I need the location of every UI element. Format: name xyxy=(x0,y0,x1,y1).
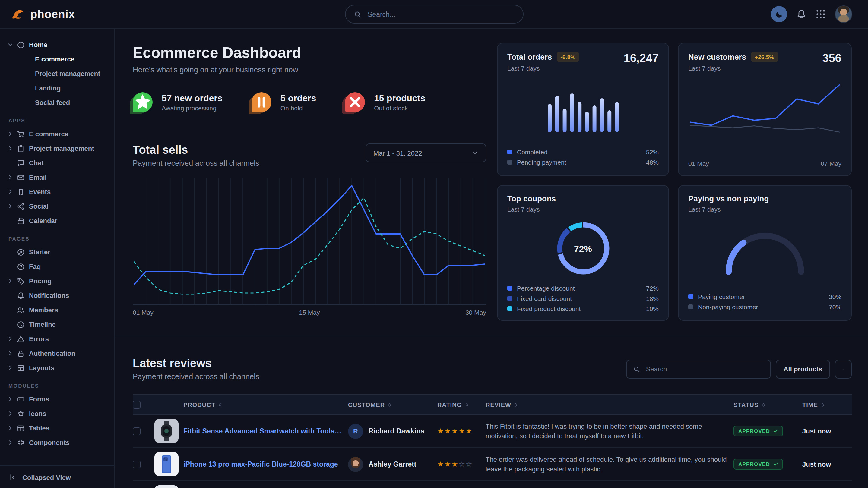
sidebar-item-forms[interactable]: Forms xyxy=(0,392,114,406)
sidebar-item-label: Home xyxy=(29,41,48,48)
sidebar-subitem-landing[interactable]: Landing xyxy=(0,81,114,95)
sidebar-item-label: Layouts xyxy=(29,364,54,371)
column-header-status[interactable]: STATUS xyxy=(734,401,802,408)
brand-name: phoenix xyxy=(30,7,75,21)
sidebar-item-pricing[interactable]: Pricing xyxy=(0,274,114,288)
column-header-review[interactable]: REVIEW xyxy=(486,401,734,408)
sidebar-item-tables[interactable]: Tables xyxy=(0,421,114,435)
sidebar-item-home[interactable]: Home xyxy=(0,37,114,52)
star-icon: ★★★ xyxy=(437,460,459,468)
chevron-spacer xyxy=(7,263,13,269)
new-customers-card: New customers +26.5% Last 7 days 356 01 … xyxy=(678,43,852,176)
all-products-button[interactable]: All products xyxy=(776,360,830,378)
chevron-right-icon xyxy=(7,174,13,180)
star-solid-icon xyxy=(133,92,153,112)
chevron-spacer xyxy=(7,307,13,313)
sidebar-item-timeline[interactable]: Timeline xyxy=(0,317,114,331)
sidebar-item-email[interactable]: Email xyxy=(0,170,114,185)
sidebar-item-authentication[interactable]: Authentication xyxy=(0,346,114,360)
column-header-product[interactable]: PRODUCT xyxy=(183,401,348,408)
reviews-search-input[interactable] xyxy=(645,365,764,373)
table-header-row: PRODUCTCUSTOMERRATINGREVIEWSTATUSTIME xyxy=(133,394,852,415)
coupons-legend: Percentage discount72%Fixed card discoun… xyxy=(507,283,659,314)
users-icon xyxy=(17,306,25,314)
sidebar-item-social[interactable]: Social xyxy=(0,199,114,214)
sidebar-item-label: Events xyxy=(29,188,51,195)
grid-9-icon xyxy=(815,9,826,19)
sidebar-item-e-commerce[interactable]: E commerce xyxy=(0,127,114,141)
sidebar: HomeE commerceProject managementLandingS… xyxy=(0,29,115,488)
legend-value: 70% xyxy=(829,303,841,310)
column-header-time[interactable]: TIME xyxy=(802,401,852,408)
paying-gauge-chart xyxy=(720,225,810,275)
clipboard-icon xyxy=(17,144,25,152)
sidebar-item-layouts[interactable]: Layouts xyxy=(0,360,114,375)
sidebar-item-label: Forms xyxy=(29,395,49,403)
apps-grid-button[interactable] xyxy=(815,9,826,19)
kpi-cards: Total orders -6.8% Last 7 days 16,247 Co… xyxy=(497,43,852,321)
sidebar-item-project-management[interactable]: Project management xyxy=(0,141,114,156)
reviews-search[interactable] xyxy=(626,360,771,378)
share-icon xyxy=(17,202,25,210)
row-checkbox[interactable] xyxy=(133,400,141,409)
user-avatar[interactable] xyxy=(835,5,852,23)
row-checkbox[interactable] xyxy=(133,427,141,435)
sidebar-item-notifications[interactable]: Notifications xyxy=(0,288,114,303)
review-time: Just now xyxy=(802,427,852,435)
sidebar-subitem-e-commerce[interactable]: E commerce xyxy=(0,52,114,66)
legend-label: Non-paying customer xyxy=(698,303,758,310)
card-title: Total orders xyxy=(507,53,552,62)
stat-out-of-stock: 15 productsOut of stock xyxy=(345,92,425,112)
sidebar-item-events[interactable]: Events xyxy=(0,185,114,199)
sidebar-item-errors[interactable]: Errors xyxy=(0,331,114,346)
card-period: Last 7 days xyxy=(688,65,778,72)
sidebar-subitem-project-management[interactable]: Project management xyxy=(0,66,114,81)
search-input[interactable] xyxy=(367,10,514,19)
collapse-icon xyxy=(9,473,17,481)
x-tick: 15 May xyxy=(299,308,320,316)
column-label: RATING xyxy=(437,401,462,408)
legend-swatch xyxy=(507,286,512,290)
review-text: The order was delivered ahead of schedul… xyxy=(486,454,727,474)
chevron-right-icon xyxy=(7,365,13,371)
customer-name: Richard Dawkins xyxy=(369,427,424,435)
alert-triangle-icon xyxy=(17,335,25,343)
row-checkbox[interactable] xyxy=(133,460,141,468)
sidebar-item-icons[interactable]: Icons xyxy=(0,406,114,421)
caret-down-icon xyxy=(472,150,478,156)
customer-avatar: R xyxy=(348,423,363,438)
global-search[interactable] xyxy=(345,5,523,24)
product-link[interactable]: Fitbit Sense Advanced Smartwatch with To… xyxy=(183,427,342,435)
total-sells-chart: 01 May 15 May 30 May xyxy=(133,177,486,316)
theme-toggle-button[interactable] xyxy=(771,6,787,22)
brand[interactable]: phoenix xyxy=(10,6,75,22)
sidebar-item-members[interactable]: Members xyxy=(0,303,114,317)
check-icon xyxy=(773,462,778,466)
more-options-button[interactable] xyxy=(835,360,852,378)
sidebar-item-calendar[interactable]: Calendar xyxy=(0,214,114,228)
clock-icon xyxy=(17,320,25,328)
sidebar-item-components[interactable]: Components xyxy=(0,435,114,450)
quick-stats: 57 new ordersAwating processing5 ordersO… xyxy=(133,92,486,112)
product-link[interactable]: iPhone 13 pro max-Pacific Blue-128GB sto… xyxy=(183,461,338,468)
sidebar-item-chat[interactable]: Chat xyxy=(0,156,114,170)
column-header-rating[interactable]: RATING xyxy=(437,401,486,408)
sidebar-item-label: Starter xyxy=(29,248,50,256)
x-tick: 01 May xyxy=(133,308,154,316)
date-range-value: Mar 1 - 31, 2022 xyxy=(373,149,422,157)
column-header-customer[interactable]: CUSTOMER xyxy=(348,401,437,408)
customers-x-axis: 01 May 07 May xyxy=(688,160,841,167)
collapsed-view-label: Collapsed View xyxy=(22,474,71,481)
legend-value: 48% xyxy=(646,158,659,165)
date-range-select[interactable]: Mar 1 - 31, 2022 xyxy=(366,143,486,162)
collapsed-view-button[interactable]: Collapsed View xyxy=(0,465,114,488)
notifications-button[interactable] xyxy=(796,9,806,19)
sidebar-item-label: Calendar xyxy=(29,217,57,224)
sidebar-item-starter[interactable]: Starter xyxy=(0,245,114,259)
sidebar-subitem-social-feed[interactable]: Social feed xyxy=(0,95,114,110)
stat-caption: Out of stock xyxy=(374,104,425,111)
pause-icon-blob xyxy=(251,92,272,112)
sidebar-item-label: Social xyxy=(29,202,49,210)
sidebar-item-label: Authentication xyxy=(29,350,75,357)
sidebar-item-faq[interactable]: Faq xyxy=(0,259,114,274)
